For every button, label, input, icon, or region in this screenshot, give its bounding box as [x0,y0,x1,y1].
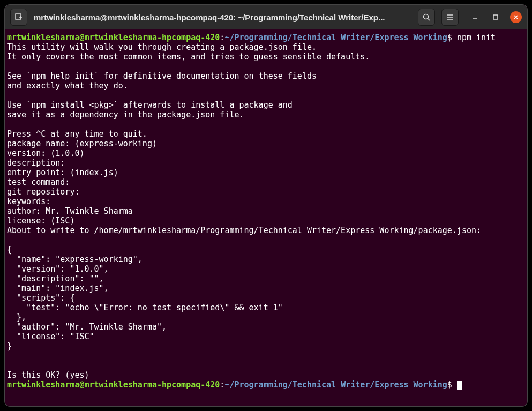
output-line: About to write to /home/mrtwinklesharma/… [7,226,481,235]
output-line: }, [7,312,26,322]
output-line: and exactly what they do. [7,81,128,91]
new-tab-icon [14,13,23,21]
minimize-button[interactable] [469,11,481,23]
window-controls [469,11,522,23]
prompt-dollar: $ [447,33,452,42]
minimize-icon [472,14,478,20]
output-line: "name": "express-working", [7,255,143,264]
prompt-path: ~/Programming/Technical Writer/Express W… [224,33,447,42]
prompt-user-host: mrtwinklesharma@mrtwinklesharma-hpcompaq… [7,33,220,42]
output-line: entry point: (index.js) [7,168,123,177]
output-line: { [7,245,12,255]
svg-rect-9 [493,15,498,19]
search-icon [422,13,431,21]
command-text: npm init [457,33,496,42]
close-icon [513,14,519,20]
prompt-user-host: mrtwinklesharma@mrtwinklesharma-hpcompaq… [7,380,220,390]
window-title: mrtwinklesharma@mrtwinklesharma-hpcompaq… [34,13,411,22]
prompt-dollar: $ [447,380,452,390]
output-line: "scripts": { [7,293,74,303]
terminal-content[interactable]: mrtwinklesharma@mrtwinklesharma-hpcompaq… [5,29,527,406]
output-line: version: (1.0.0) [7,148,89,158]
cursor [457,381,462,390]
svg-point-3 [424,14,429,19]
output-line: It only covers the most common items, an… [7,52,370,62]
output-line: This utility will walk you through creat… [7,42,317,52]
output-line: "version": "1.0.0", [7,264,109,274]
output-line: license: (ISC) [7,216,79,226]
menu-button[interactable] [441,9,459,26]
output-line: description: [7,158,70,168]
output-line: "test": "echo \"Error: no test specified… [7,303,283,312]
output-line: "main": "index.js", [7,283,109,293]
maximize-button[interactable] [490,11,501,23]
output-line: save it as a dependency in the package.j… [7,110,244,119]
new-tab-button[interactable] [10,9,27,26]
output-line: "author": "Mr. Twinkle Sharma", [7,322,167,332]
output-line: Is this OK? (yes) [7,370,94,380]
output-line: Press ^C at any time to quit. [7,129,147,139]
close-button[interactable] [510,11,522,23]
terminal-window: mrtwinklesharma@mrtwinklesharma-hpcompaq… [4,4,528,407]
prompt-path: ~/Programming/Technical Writer/Express W… [224,380,447,390]
output-line: See `npm help init` for definitive docum… [7,71,317,81]
maximize-icon [492,14,499,20]
output-line: author: Mr. Twinkle Sharma [7,206,133,216]
output-line: Use `npm install <pkg>` afterwards to in… [7,100,293,110]
hamburger-icon [446,13,454,21]
output-line: git repository: [7,187,85,197]
svg-line-4 [428,19,430,21]
output-line: } [7,341,12,351]
output-line: package name: (express-working) [7,139,162,148]
output-line: "description": "", [7,274,104,283]
output-line: keywords: [7,197,55,206]
titlebar: mrtwinklesharma@mrtwinklesharma-hpcompaq… [5,5,527,29]
output-line: test command: [7,177,74,187]
output-line: "license": "ISC" [7,332,94,341]
search-button[interactable] [418,9,435,26]
